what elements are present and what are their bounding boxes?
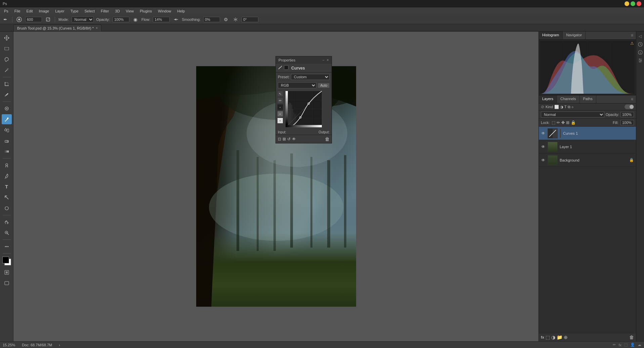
tool-zoom[interactable]	[2, 228, 12, 238]
tool-crop[interactable]	[2, 79, 12, 89]
minimize-button[interactable]	[625, 1, 629, 6]
add-adjustment-button[interactable]: ◑	[551, 335, 555, 340]
status-arrow[interactable]: ›	[59, 343, 60, 347]
background-color[interactable]	[2, 257, 9, 263]
brush-size-value[interactable]: 600	[25, 17, 42, 22]
tool-mask[interactable]	[2, 267, 12, 277]
tab-layers[interactable]: Layers	[539, 95, 557, 103]
layer-row-layer1[interactable]: 👁 Layer 1	[539, 140, 636, 154]
tool-heal[interactable]	[2, 103, 12, 114]
tool-gradient[interactable]	[2, 146, 12, 157]
opacity-input[interactable]: 100%	[620, 112, 634, 117]
layers-menu-icon[interactable]: ≡	[628, 95, 636, 103]
layer-row-background[interactable]: 👁 Background �	[539, 154, 636, 167]
tool-eyedropper[interactable]	[2, 90, 12, 100]
opacity-pressure-icon[interactable]: ◉	[132, 16, 139, 23]
add-group-button[interactable]: 📁	[557, 335, 562, 340]
menu-type[interactable]: Type	[68, 8, 81, 14]
reset-curves-button[interactable]: ↺	[287, 137, 291, 141]
menu-edit[interactable]: Edit	[24, 8, 36, 14]
add-mask-button[interactable]: ⬚	[546, 335, 550, 340]
fill-input[interactable]: 100%	[620, 120, 634, 125]
tool-eraser[interactable]	[2, 136, 12, 146]
doc-tab-close[interactable]: ×	[96, 26, 98, 30]
tool-screen-mode[interactable]	[2, 278, 12, 288]
tab-navigator[interactable]: Navigator	[563, 32, 586, 39]
histogram-menu-icon[interactable]: ≡	[628, 32, 636, 39]
filter-smart-icon[interactable]: ⟐	[571, 105, 574, 109]
delete-layer-button[interactable]: 🗑	[629, 335, 634, 340]
menu-help[interactable]: Help	[174, 8, 187, 14]
menu-file[interactable]: File	[12, 8, 23, 14]
curve-sample-midtones[interactable]: ▪	[277, 111, 283, 117]
channel-dropdown[interactable]: RGB	[278, 82, 316, 88]
properties-title-bar[interactable]: Properties − ×	[276, 56, 332, 64]
lock-paint-icon[interactable]: ✏	[557, 120, 560, 125]
tool-extras[interactable]	[2, 242, 12, 252]
tool-move[interactable]	[2, 33, 12, 43]
tool-shape[interactable]	[2, 203, 12, 213]
tab-paths[interactable]: Paths	[580, 95, 596, 103]
tool-text[interactable]: T	[2, 182, 12, 192]
layer-vis-layer1[interactable]: 👁	[541, 144, 546, 149]
maximize-button[interactable]	[631, 1, 635, 6]
curve-sample-highlights[interactable]: ▪	[277, 118, 283, 124]
lock-artboard-icon[interactable]: ⊞	[566, 120, 569, 125]
filter-toggle-icon[interactable]: ⊘	[541, 104, 544, 109]
tool-brush[interactable]	[2, 114, 12, 124]
menu-filter[interactable]: Filter	[98, 8, 112, 14]
brush-preset-icon[interactable]	[16, 16, 23, 23]
menu-3d[interactable]: 3D	[113, 8, 123, 14]
smoothing-settings-icon[interactable]: ⚙	[223, 16, 229, 23]
color-swatches[interactable]	[2, 257, 11, 265]
menu-select[interactable]: Select	[82, 8, 98, 14]
layer-row-curves1[interactable]: 👁 Curves 1	[539, 127, 636, 140]
opacity-value[interactable]: 100%	[113, 17, 129, 22]
airbrush-icon[interactable]	[172, 16, 179, 23]
symmetry-icon[interactable]	[232, 16, 239, 23]
menu-plugins[interactable]: Plugins	[137, 8, 155, 14]
tool-pen[interactable]	[2, 171, 12, 181]
layer-vis-bg[interactable]: 👁	[541, 158, 546, 163]
filter-adjustment-icon[interactable]: ◑	[560, 105, 563, 109]
menu-window[interactable]: Window	[155, 8, 174, 14]
delete-curves-button[interactable]: 🗑	[325, 136, 330, 142]
curve-draw-tool[interactable]: ✏	[277, 97, 283, 103]
visibility-toggle[interactable]: 👁	[292, 137, 296, 141]
filter-pixel-icon[interactable]: ⬜	[554, 105, 559, 109]
smoothing-value[interactable]: 0%	[203, 17, 220, 22]
lock-move-icon[interactable]: ✤	[561, 120, 565, 125]
tool-lasso[interactable]	[2, 54, 12, 64]
filter-shape-icon[interactable]: ⧉	[568, 105, 570, 109]
preset-dropdown[interactable]: Custom	[291, 74, 330, 80]
tab-histogram[interactable]: Histogram	[539, 32, 563, 39]
info-icon[interactable]: i	[637, 49, 644, 56]
doc-tab-active[interactable]: Brush Tool.psd @ 15.3% (Curves 1, RGB/8#…	[13, 25, 101, 31]
curve-sample-shadows[interactable]: ▪	[277, 104, 283, 110]
tool-magic-wand[interactable]	[2, 65, 12, 75]
history-icon[interactable]	[637, 41, 644, 48]
mode-dropdown[interactable]: Normal	[72, 16, 94, 23]
filter-toggle-switch[interactable]	[625, 104, 634, 109]
curves-svg[interactable]	[285, 91, 322, 128]
tool-dodge[interactable]	[2, 160, 12, 170]
flow-value[interactable]: 14%	[153, 17, 170, 22]
tool-marquee[interactable]	[2, 44, 12, 54]
lock-all-icon[interactable]: 🔒	[571, 120, 576, 125]
menu-ps[interactable]: Ps	[1, 8, 11, 14]
menu-layer[interactable]: Layer	[52, 8, 67, 14]
curve-pointer-tool[interactable]: ↖	[277, 91, 283, 97]
properties-close-button[interactable]: ×	[327, 58, 329, 62]
collapse-panels-icon[interactable]: ◁	[637, 33, 644, 40]
auto-button[interactable]: Auto	[318, 83, 330, 88]
menu-view[interactable]: View	[123, 8, 137, 14]
tool-clone[interactable]	[2, 125, 12, 135]
lock-transparent-icon[interactable]: ⬚	[552, 120, 555, 125]
tool-hand[interactable]	[2, 217, 12, 227]
filter-type-icon[interactable]: T	[564, 105, 567, 109]
properties-collapse-button[interactable]: −	[322, 58, 325, 62]
clip-shadows-button[interactable]: ⊡	[278, 137, 281, 141]
layer-vis-curves1[interactable]: 👁	[541, 131, 546, 136]
close-button[interactable]	[637, 1, 641, 6]
window-controls[interactable]	[625, 1, 641, 6]
